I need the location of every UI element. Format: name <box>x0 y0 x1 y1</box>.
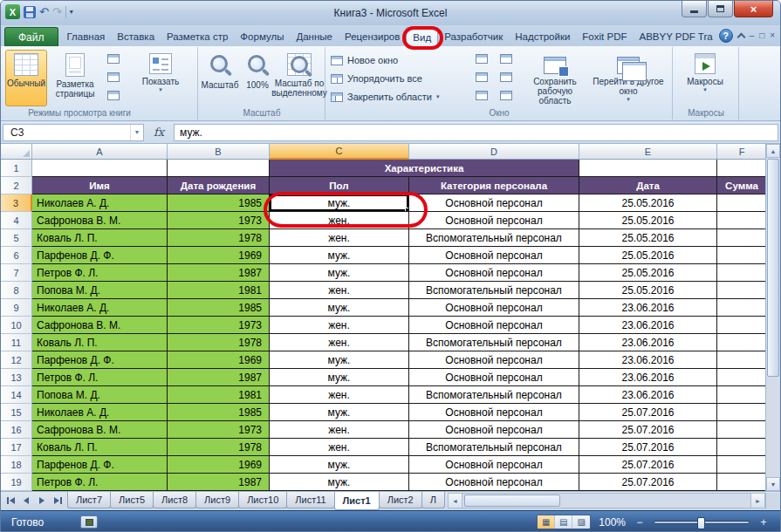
select-all-corner[interactable] <box>1 144 32 160</box>
cell-B12[interactable]: 1969 <box>168 351 270 369</box>
cell-E4[interactable]: 25.05.2016 <box>579 212 717 229</box>
insert-function-icon[interactable]: fx <box>144 126 174 139</box>
fill-handle[interactable] <box>405 208 409 212</box>
cell-A5[interactable]: Коваль Л. П. <box>32 229 168 247</box>
vertical-scrollbar-thumb[interactable] <box>767 159 779 377</box>
sheet-tab-7[interactable]: Лист2 <box>379 492 422 508</box>
cell-A11[interactable]: Коваль Л. П. <box>32 334 168 351</box>
cell-D8[interactable]: Вспомогательный персонал <box>409 282 579 299</box>
save-workspace-button[interactable]: Сохранить рабочую область <box>526 50 584 106</box>
row-header-8[interactable]: 8 <box>1 282 32 299</box>
cell-F12[interactable] <box>717 351 767 369</box>
row-header-10[interactable]: 10 <box>1 317 32 334</box>
cell-F16[interactable] <box>717 421 767 439</box>
vertical-scrollbar[interactable]: ▲ ▼ <box>765 144 780 491</box>
cell-C15[interactable]: муж. <box>270 404 409 421</box>
row-header-17[interactable]: 17 <box>1 439 32 456</box>
cell-F10[interactable] <box>717 317 767 334</box>
custom-views-button[interactable] <box>104 69 123 85</box>
cell-C3[interactable]: муж. <box>270 194 409 212</box>
cell-F11[interactable] <box>717 334 767 351</box>
first-sheet-button[interactable] <box>3 494 17 508</box>
cell-E17[interactable]: 25.07.2016 <box>579 439 717 456</box>
cell-C7[interactable]: муж. <box>270 264 409 282</box>
customize-quick-access-icon[interactable]: ▾ <box>70 8 73 16</box>
ribbon-tab-7[interactable]: Разработчик <box>438 27 509 46</box>
zoom-slider-thumb[interactable] <box>697 517 705 529</box>
save-icon[interactable] <box>24 6 36 18</box>
cell-D9[interactable]: Основной персонал <box>409 299 579 317</box>
cell-F3[interactable] <box>717 194 767 212</box>
excel-logo-icon[interactable]: X <box>5 4 20 19</box>
cell-A4[interactable]: Сафронова В. М. <box>32 212 168 229</box>
sheet-tab-5[interactable]: Лист11 <box>286 492 334 508</box>
undo-icon[interactable]: ↶ <box>39 6 49 18</box>
view-side-by-side-button[interactable] <box>497 51 516 66</box>
redo-icon[interactable]: ↷ <box>52 6 62 18</box>
cell-A3[interactable]: Николаев А. Д. <box>32 194 168 212</box>
column-header-E[interactable]: E <box>579 144 717 160</box>
column-header-A[interactable]: A <box>32 144 168 160</box>
cell-A1[interactable] <box>32 160 168 177</box>
horizontal-scrollbar-track[interactable] <box>462 494 750 508</box>
row-header-9[interactable]: 9 <box>1 299 32 317</box>
cell-C12[interactable]: муж. <box>270 351 409 369</box>
ribbon-tab-8[interactable]: Надстройки <box>509 27 576 46</box>
cell-D18[interactable]: Основной персонал <box>409 456 579 474</box>
last-sheet-button[interactable] <box>51 494 65 508</box>
column-header-B[interactable]: B <box>168 144 270 160</box>
cell-E16[interactable]: 25.07.2016 <box>579 421 717 439</box>
cell-B18[interactable]: 1969 <box>168 456 270 474</box>
sheet-tab-2[interactable]: Лист8 <box>153 492 196 508</box>
cell-E13[interactable]: 23.06.2016 <box>579 369 717 386</box>
page-layout-shortcut[interactable]: ▤ <box>555 515 572 529</box>
cell-D6[interactable]: Основной персонал <box>409 247 579 264</box>
cell-B8[interactable]: 1981 <box>168 282 270 299</box>
cell-B17[interactable]: 1978 <box>168 439 270 456</box>
cell-C11[interactable]: жен. <box>270 334 409 351</box>
cell-D10[interactable]: Основной персонал <box>409 317 579 334</box>
cell-F9[interactable] <box>717 299 767 317</box>
synchronous-scrolling-button[interactable] <box>497 69 516 85</box>
record-macro-icon[interactable] <box>80 515 98 529</box>
row-header-6[interactable]: 6 <box>1 247 32 264</box>
cell-D15[interactable]: Основной персонал <box>409 404 579 421</box>
cell-F2[interactable]: Сумма <box>717 177 767 194</box>
cell-B19[interactable]: 1987 <box>168 474 270 491</box>
ribbon-tab-3[interactable]: Формулы <box>234 27 290 46</box>
cell-F13[interactable] <box>717 369 767 386</box>
cell-D19[interactable]: Основной персонал <box>409 474 579 491</box>
row-header-15[interactable]: 15 <box>1 404 32 421</box>
scroll-right-icon[interactable]: ► <box>750 494 764 508</box>
row-header-7[interactable]: 7 <box>1 264 32 282</box>
zoom-to-selection-button[interactable]: Масштаб по выделенному <box>276 50 323 106</box>
ribbon-tab-1[interactable]: Вставка <box>111 27 161 46</box>
cell-F19[interactable] <box>717 474 767 491</box>
cell-B5[interactable]: 1978 <box>168 229 270 247</box>
previous-sheet-button[interactable] <box>19 494 33 508</box>
cell-F18[interactable] <box>717 456 767 474</box>
cell-B4[interactable]: 1973 <box>168 212 270 229</box>
cell-C2[interactable]: Пол <box>270 177 409 194</box>
scroll-left-icon[interactable]: ◄ <box>449 494 462 508</box>
cell-E19[interactable]: 25.07.2016 <box>579 474 717 491</box>
cell-C9[interactable]: муж. <box>270 299 409 317</box>
sheet-tab-0[interactable]: Лист7 <box>67 492 111 508</box>
close-button[interactable]: × <box>734 1 773 17</box>
cell-C16[interactable]: жен. <box>270 421 409 439</box>
ribbon-tab-6[interactable]: Вид <box>406 27 438 46</box>
scroll-up-icon[interactable]: ▲ <box>766 144 780 158</box>
cell-D11[interactable]: Вспомогательный персонал <box>409 334 579 351</box>
full-screen-button[interactable] <box>104 87 123 103</box>
ribbon-tab-2[interactable]: Разметка стр <box>161 27 234 46</box>
row-header-19[interactable]: 19 <box>1 474 32 491</box>
page-break-preview-button[interactable] <box>104 51 123 66</box>
scroll-down-icon[interactable]: ▼ <box>766 477 780 491</box>
sheet-tab-8[interactable]: Л <box>421 492 445 508</box>
cell-F17[interactable] <box>717 439 767 456</box>
arrange-all-button[interactable]: Упорядочить все <box>331 70 422 87</box>
cell-E11[interactable]: 23.06.2016 <box>579 334 717 351</box>
new-window-button[interactable]: Новое окно <box>331 51 398 69</box>
cell-C17[interactable]: жен. <box>270 439 409 456</box>
cell-E12[interactable]: 23.06.2016 <box>579 351 717 369</box>
